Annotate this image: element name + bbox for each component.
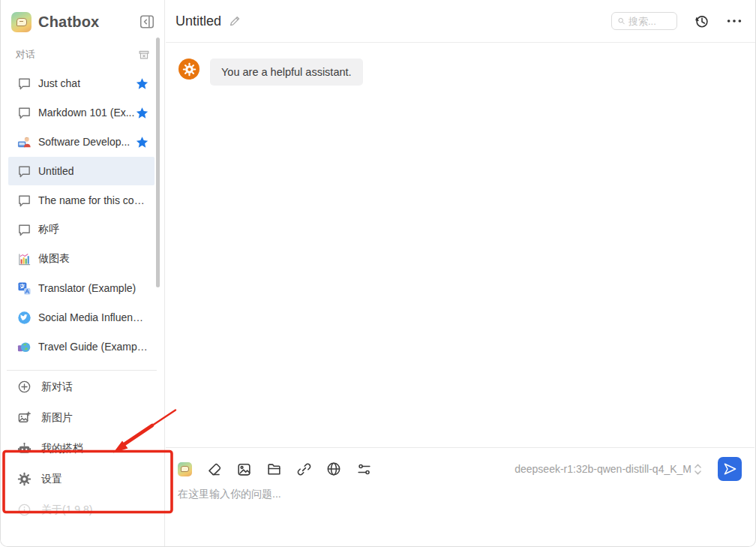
sidebar-chat-item-2[interactable]: Software Develop...	[8, 128, 154, 156]
menu-item-label: 新图片	[41, 411, 73, 425]
chat-item-label: Software Develop...	[38, 136, 130, 148]
composer-toolbar: deepseek-r1:32b-qwen-distill-q4_K_M	[166, 448, 754, 481]
send-button[interactable]	[718, 457, 742, 481]
image-attach-icon[interactable]	[236, 461, 252, 477]
chatbox-mini-logo-icon[interactable]	[178, 462, 192, 476]
sidebar-menu-item-1[interactable]: 新图片	[1, 402, 164, 433]
chat-bubble-icon	[17, 106, 32, 120]
sidebar-scrollbar[interactable]	[156, 38, 160, 287]
link-icon[interactable]	[296, 461, 312, 477]
composer: deepseek-r1:32b-qwen-distill-q4_K_M 在这里输…	[166, 447, 754, 546]
settings-sliders-icon[interactable]	[356, 461, 372, 477]
sidebar-menu-item-4[interactable]: 关于(1.9.8)	[1, 494, 164, 525]
plus-circle-icon	[17, 380, 32, 394]
header-actions	[611, 12, 743, 30]
travel-globe-icon	[17, 340, 32, 354]
message-area: You are a helpful assistant.	[166, 44, 754, 447]
menu-item-label: 新对话	[41, 380, 73, 394]
star-icon[interactable]	[136, 107, 148, 119]
edit-title-pencil-icon[interactable]	[228, 14, 242, 28]
sidebar-menu: 新对话新图片我的搭档设置关于(1.9.8)	[1, 371, 164, 525]
chat-item-label: Travel Guide (Example)	[38, 341, 148, 353]
folder-attach-icon[interactable]	[266, 461, 282, 477]
star-icon[interactable]	[136, 136, 148, 149]
chat-item-label: The name for this conv...	[38, 194, 148, 206]
main-header: Untitled	[166, 0, 755, 43]
sidebar-chat-item-9[interactable]: Travel Guide (Example)	[8, 332, 154, 361]
chat-item-label: 称呼	[38, 223, 59, 236]
chat-list: Just chatMarkdown 101 (Ex...Software Dev…	[1, 69, 164, 362]
bar-chart-icon	[17, 252, 32, 266]
search-icon	[617, 16, 626, 26]
search-input[interactable]	[628, 16, 672, 27]
sidebar-chat-item-0[interactable]: Just chat	[8, 69, 154, 98]
new-image-icon	[17, 410, 32, 425]
sidebar-divider	[7, 370, 157, 371]
star-icon[interactable]	[136, 77, 148, 90]
chat-item-label: Just chat	[38, 77, 80, 89]
chat-item-label: 做图表	[38, 252, 70, 266]
message-input[interactable]: 在这里输入你的问题...	[166, 481, 754, 508]
web-browsing-globe-icon[interactable]	[326, 461, 342, 477]
model-name: deepseek-r1:32b-qwen-distill-q4_K_M	[514, 463, 692, 475]
app-title: Chatbox	[38, 14, 99, 31]
chat-item-label: Translator (Example)	[38, 282, 136, 294]
more-options-icon[interactable]	[725, 12, 743, 30]
sidebar-chat-item-5[interactable]: 称呼	[8, 215, 154, 244]
conversations-label: 对话	[16, 48, 35, 62]
sidebar-chat-item-3[interactable]: Untitled	[8, 157, 154, 185]
chevron-up-down-icon	[694, 462, 702, 476]
menu-item-label: 设置	[41, 473, 62, 486]
info-circle-icon	[17, 503, 32, 517]
chat-bubble-icon	[17, 77, 32, 91]
search-box[interactable]	[611, 12, 677, 30]
sidebar-header: Chatbox	[11, 11, 155, 33]
robot-icon	[17, 441, 32, 455]
menu-item-label: 我的搭档	[41, 442, 83, 455]
twitter-icon	[17, 311, 32, 325]
sidebar-menu-item-2[interactable]: 我的搭档	[1, 433, 164, 464]
conversation-title: Untitled	[176, 14, 221, 29]
system-message-bubble: You are a helpful assistant.	[210, 59, 363, 86]
sidebar: Chatbox 对话 Just chatMarkdown 101 (Ex...S…	[1, 0, 165, 546]
sidebar-menu-item-0[interactable]: 新对话	[1, 371, 164, 402]
chat-bubble-icon	[17, 223, 32, 237]
system-gear-avatar-icon	[178, 59, 200, 80]
sidebar-chat-item-7[interactable]: Translator (Example)	[8, 274, 154, 302]
history-icon[interactable]	[692, 12, 710, 30]
sidebar-menu-item-3[interactable]: 设置	[1, 464, 164, 494]
eraser-icon[interactable]	[206, 461, 222, 477]
translator-icon	[17, 281, 32, 296]
chatbox-logo-icon	[11, 12, 32, 32]
developer-icon	[17, 135, 32, 149]
sidebar-chat-item-6[interactable]: 做图表	[8, 245, 154, 273]
conversations-section-header: 对话	[16, 48, 151, 62]
gear-icon	[17, 472, 32, 486]
model-selector[interactable]: deepseek-r1:32b-qwen-distill-q4_K_M	[514, 462, 702, 476]
collapse-sidebar-button[interactable]	[139, 14, 155, 30]
chat-bubble-icon	[17, 164, 32, 179]
clear-conversations-icon[interactable]	[137, 48, 151, 62]
chat-bubble-icon	[17, 194, 32, 208]
chat-item-label: Social Media Influencer...	[38, 311, 148, 323]
sidebar-chat-item-4[interactable]: The name for this conv...	[8, 186, 154, 215]
sidebar-chat-item-8[interactable]: Social Media Influencer...	[8, 303, 154, 332]
chat-item-label: Untitled	[38, 165, 74, 177]
chat-item-label: Markdown 101 (Ex...	[38, 107, 134, 119]
sidebar-chat-item-1[interactable]: Markdown 101 (Ex...	[8, 98, 154, 127]
menu-item-label: 关于(1.9.8)	[41, 503, 92, 517]
system-message-row[interactable]: You are a helpful assistant.	[178, 59, 744, 86]
chatbox-window: Chatbox 对话 Just chatMarkdown 101 (Ex...S…	[0, 0, 756, 547]
